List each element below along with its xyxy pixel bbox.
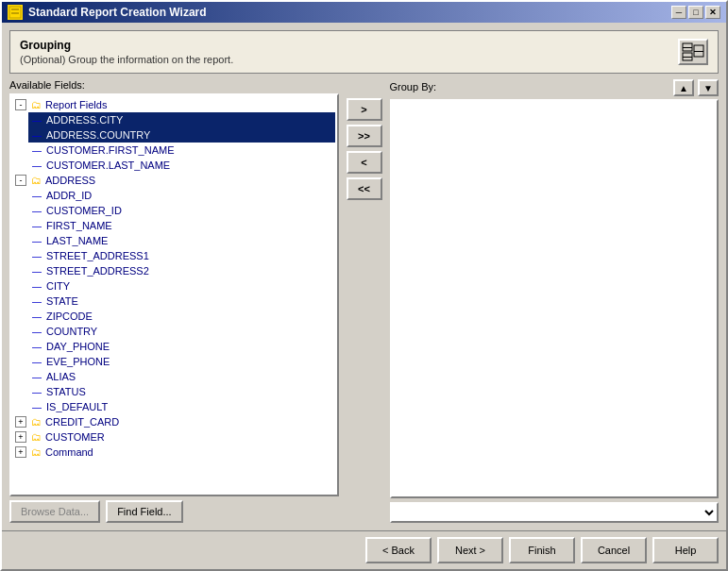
main-window: Standard Report Creation Wizard ─ □ ✕ Gr…: [0, 0, 728, 571]
grouping-icon: [678, 39, 708, 65]
dash-icon-10: —: [30, 264, 43, 277]
dash-icon-13: —: [30, 310, 43, 323]
right-panel: Group By: ▲ ▼: [390, 79, 720, 523]
add-one-button[interactable]: >: [347, 98, 382, 121]
close-button[interactable]: ✕: [705, 6, 720, 19]
dash-icon-19: —: [30, 400, 43, 413]
expand-report-fields[interactable]: -: [15, 99, 26, 110]
tree-item-zipcode[interactable]: — ZIPCODE: [28, 309, 335, 324]
title-bar-left: Standard Report Creation Wizard: [8, 5, 207, 20]
title-bar-controls: ─ □ ✕: [671, 6, 720, 19]
status-label: STATUS: [46, 386, 86, 397]
last-name-label: LAST_NAME: [46, 235, 108, 246]
zipcode-label: ZIPCODE: [46, 311, 93, 322]
tree-item-eve-phone[interactable]: — EVE_PHONE: [28, 354, 335, 369]
tree-node-command[interactable]: + 🗂 Command: [13, 445, 335, 460]
svg-rect-2: [11, 12, 19, 14]
add-all-button[interactable]: >>: [347, 125, 382, 147]
tree-node-customer[interactable]: + 🗂 CUSTOMER: [13, 429, 335, 445]
folder-icon: 🗂: [29, 98, 42, 111]
credit-card-label: CREDIT_CARD: [45, 416, 119, 428]
dash-icon-12: —: [30, 294, 43, 308]
address-country-label: ADDRESS.COUNTRY: [46, 129, 150, 141]
dash-icon-1: —: [30, 113, 43, 126]
tree-item-is-default[interactable]: — IS_DEFAULT: [28, 399, 335, 414]
available-fields-tree[interactable]: - 🗂 Report Fields — ADDRESS.CITY — ADDRE…: [9, 93, 339, 496]
tree-item-state[interactable]: — STATE: [28, 294, 335, 309]
tree-item-customer-id[interactable]: — CUSTOMER_ID: [28, 203, 335, 218]
tree-item-country[interactable]: — COUNTRY: [28, 324, 335, 339]
expand-command[interactable]: +: [15, 446, 26, 458]
street1-label: STREET_ADDRESS1: [46, 250, 149, 261]
tree-node-address[interactable]: - 🗂 ADDRESS: [13, 173, 335, 188]
tree-item-status[interactable]: — STATUS: [28, 384, 335, 399]
tree-item-city[interactable]: — CITY: [28, 278, 335, 294]
tree-item-first-name[interactable]: — FIRST_NAME: [28, 218, 335, 233]
tree-item-address-city[interactable]: — ADDRESS.CITY: [28, 112, 335, 127]
header-title: Grouping: [20, 39, 233, 52]
cancel-button[interactable]: Cancel: [581, 537, 647, 563]
day-phone-label: DAY_PHONE: [46, 341, 110, 352]
header-subtitle: (Optional) Group the information on the …: [20, 54, 233, 65]
dash-icon-6: —: [30, 204, 43, 217]
dash-icon-3: —: [30, 143, 43, 157]
tree-node-credit-card[interactable]: + 🗂 CREDIT_CARD: [13, 414, 335, 429]
tree-item-last-name[interactable]: — LAST_NAME: [28, 233, 335, 248]
sort-up-button[interactable]: ▲: [673, 79, 694, 96]
tree-item-address-country[interactable]: — ADDRESS.COUNTRY: [28, 127, 335, 143]
state-label: STATE: [46, 295, 78, 307]
browse-data-button[interactable]: Browse Data...: [9, 500, 100, 523]
dash-icon-14: —: [30, 325, 43, 338]
finish-button[interactable]: Finish: [509, 537, 575, 563]
group-by-list[interactable]: [390, 99, 720, 498]
tree-item-addr-id[interactable]: — ADDR_ID: [28, 188, 335, 203]
customer-id-label: CUSTOMER_ID: [46, 205, 122, 216]
addr-id-label: ADDR_ID: [46, 190, 92, 201]
minimize-button[interactable]: ─: [671, 6, 686, 19]
header-text: Grouping (Optional) Group the informatio…: [20, 39, 233, 65]
tree-item-street1[interactable]: — STREET_ADDRESS1: [28, 248, 335, 263]
back-button[interactable]: < Back: [365, 537, 432, 563]
help-button[interactable]: Help: [652, 537, 719, 563]
street2-label: STREET_ADDRESS2: [46, 265, 149, 277]
expand-credit-card[interactable]: +: [15, 416, 26, 428]
alias-label: ALIAS: [46, 371, 76, 382]
dash-icon-4: —: [30, 159, 43, 172]
maximize-button[interactable]: □: [688, 6, 703, 19]
expand-address[interactable]: -: [15, 175, 26, 186]
customer-firstname-label: CUSTOMER.FIRST_NAME: [46, 144, 174, 156]
dash-icon-11: —: [30, 279, 43, 293]
title-bar: Standard Report Creation Wizard ─ □ ✕: [2, 2, 726, 23]
remove-one-button[interactable]: <: [347, 151, 382, 174]
sort-arrows: ▲ ▼: [673, 79, 719, 96]
is-default-label: IS_DEFAULT: [46, 401, 108, 412]
tree-item-street2[interactable]: — STREET_ADDRESS2: [28, 263, 335, 278]
find-field-button[interactable]: Find Field...: [106, 500, 182, 523]
next-button[interactable]: Next >: [437, 537, 503, 563]
remove-all-button[interactable]: <<: [347, 177, 382, 200]
left-panel: Available Fields: - 🗂 Report Fields — AD…: [9, 79, 339, 523]
expand-customer[interactable]: +: [15, 431, 26, 443]
main-panels: Available Fields: - 🗂 Report Fields — AD…: [9, 79, 719, 523]
dash-icon-5: —: [30, 189, 43, 202]
sort-down-button[interactable]: ▼: [698, 79, 719, 96]
dash-icon-8: —: [30, 234, 43, 247]
header-section: Grouping (Optional) Group the informatio…: [9, 30, 719, 74]
tree-item-customer-firstname[interactable]: — CUSTOMER.FIRST_NAME: [28, 143, 335, 158]
tree-item-customer-lastname[interactable]: — CUSTOMER.LAST_NAME: [28, 158, 335, 173]
group-options-dropdown[interactable]: [390, 502, 720, 523]
customer-label: CUSTOMER: [45, 431, 105, 443]
dash-icon-9: —: [30, 249, 43, 262]
tree-node-report-fields[interactable]: - 🗂 Report Fields: [13, 97, 335, 112]
window-title: Standard Report Creation Wizard: [28, 6, 207, 19]
tree-item-alias[interactable]: — ALIAS: [28, 369, 335, 384]
left-bottom-bar: Browse Data... Find Field...: [9, 500, 339, 523]
svg-rect-6: [683, 57, 692, 58]
svg-rect-8: [694, 51, 703, 52]
dash-icon-17: —: [30, 370, 43, 383]
tree-item-day-phone[interactable]: — DAY_PHONE: [28, 339, 335, 354]
dash-icon-7: —: [30, 219, 43, 232]
dash-icon-16: —: [30, 355, 43, 368]
table-icon-credit-card: 🗂: [29, 415, 42, 428]
transfer-buttons: > >> < <<: [339, 98, 390, 523]
